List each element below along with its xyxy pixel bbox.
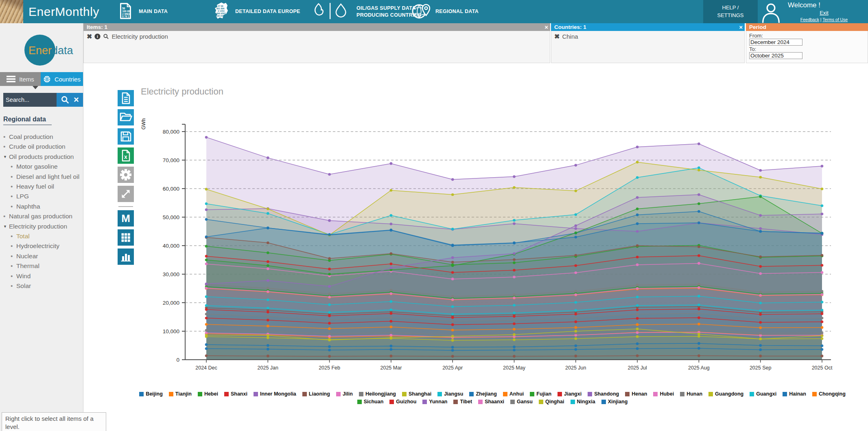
legend-label: Tibet <box>460 399 472 405</box>
search-icon[interactable] <box>61 95 70 104</box>
tree-item-hydroelectricity[interactable]: •Hydroelectricity <box>0 241 83 251</box>
legend-item-inner-mongolia[interactable]: Inner Mongolia <box>254 391 296 397</box>
legend-item-shanxi[interactable]: Shanxi <box>224 391 247 397</box>
remove-country-icon[interactable]: ✖ <box>554 34 560 40</box>
chart-view-button[interactable] <box>118 248 134 265</box>
tree-item-naphtha[interactable]: •Naphtha <box>0 202 83 211</box>
tree-item-total[interactable]: •Total <box>0 231 83 241</box>
tab-countries[interactable]: Countries <box>41 72 83 86</box>
document-numbers-icon: 56100 892 95630 74 1 <box>116 2 135 22</box>
selected-country-row: ✖China <box>551 31 744 42</box>
terms-link[interactable]: Terms of Use <box>822 17 848 22</box>
svg-text:GWh: GWh <box>141 119 146 130</box>
items-panel-body: ✖iElectricity production <box>83 31 550 63</box>
info-icon[interactable]: i <box>94 33 101 40</box>
legend-label: Qinghai <box>545 399 564 405</box>
nav-detailed-data-europe[interactable]: 57 68801 8963 1453890 9563100 243 1 DETA… <box>212 0 300 23</box>
tree-item-crude-oil-production[interactable]: •Crude oil production <box>0 142 83 152</box>
legend-item-tibet[interactable]: Tibet <box>453 399 472 405</box>
search-clear-icon[interactable]: × <box>74 96 79 104</box>
legend-item-hainan[interactable]: Hainan <box>783 391 806 397</box>
app-root: EnerMonthly 56100 892 95630 74 1 MAIN DA… <box>0 0 868 431</box>
tree-item-label: Crude oil production <box>9 143 66 150</box>
legend-item-guizhou[interactable]: Guizhou <box>389 399 416 405</box>
exit-link[interactable]: Exit <box>820 10 829 16</box>
legend-swatch <box>601 400 606 404</box>
save-button[interactable] <box>118 128 134 145</box>
tree-item-nuclear[interactable]: •Nuclear <box>0 251 83 261</box>
svg-text:20,000: 20,000 <box>163 300 179 306</box>
legend-item-jiangxi[interactable]: Jiangxi <box>558 391 582 397</box>
tree-item-solar[interactable]: •Solar <box>0 281 83 291</box>
period-to-input[interactable] <box>749 52 802 59</box>
legend-label: Liaoning <box>309 391 330 397</box>
legend-swatch <box>750 392 754 396</box>
legend-label: Heilongjiang <box>365 391 396 397</box>
m-view-button[interactable]: M <box>118 210 134 226</box>
items-panel-close-icon[interactable]: × <box>544 23 548 31</box>
tree-item-coal-production[interactable]: •Coal production <box>0 132 83 142</box>
legend-label: Anhui <box>509 391 524 397</box>
legend-item-hubei[interactable]: Hubei <box>653 391 674 397</box>
tree-item-natural-gas-production[interactable]: •Natural gas production <box>0 211 83 221</box>
legend-item-zhejiang[interactable]: Zhejiang <box>469 391 496 397</box>
legend-item-guangdong[interactable]: Guangdong <box>708 391 743 397</box>
new-document-button[interactable] <box>118 90 134 106</box>
legend-item-shaanxi[interactable]: Shaanxi <box>478 399 504 405</box>
zoom-item-icon[interactable] <box>103 33 109 40</box>
nav-regional-data[interactable]: REGIONAL DATA <box>411 0 479 23</box>
legend-item-xinjiang[interactable]: Xinjiang <box>601 399 628 405</box>
legend-item-yunnan[interactable]: Yunnan <box>422 399 447 405</box>
table-view-button[interactable] <box>118 229 134 246</box>
open-folder-button[interactable] <box>118 109 134 125</box>
legend-item-ningxia[interactable]: Ningxia <box>571 399 595 405</box>
svg-text:2025 Jul: 2025 Jul <box>627 365 647 371</box>
hamburger-icon <box>7 76 15 82</box>
countries-panel-close-icon[interactable]: × <box>739 23 743 31</box>
legend-item-fujian[interactable]: Fujian <box>530 391 551 397</box>
remove-item-icon[interactable]: ✖ <box>87 34 92 40</box>
legend-swatch <box>558 392 562 396</box>
legend-item-hebei[interactable]: Hebei <box>198 391 218 397</box>
tree-item-thermal[interactable]: •Thermal <box>0 261 83 271</box>
legend-item-jilin[interactable]: Jilin <box>336 391 353 397</box>
legend-item-qinghai[interactable]: Qinghai <box>539 399 564 405</box>
period-from-input[interactable] <box>749 39 802 46</box>
tree-item-heavy-fuel-oil[interactable]: •Heavy fuel oil <box>0 182 83 191</box>
legend-item-tianjin[interactable]: Tianjin <box>169 391 192 397</box>
tree-item-wind[interactable]: •Wind <box>0 271 83 281</box>
legend-item-henan[interactable]: Henan <box>625 391 647 397</box>
search-buttons: × <box>57 93 83 107</box>
tree-item-diesel-and-light-fuel-oil[interactable]: •Diesel and light fuel oil <box>0 172 83 182</box>
excel-export-button[interactable]: x <box>118 147 134 164</box>
excel-export-icon: x <box>118 158 134 165</box>
legend-swatch <box>469 392 474 396</box>
legend-item-liaoning[interactable]: Liaoning <box>302 391 330 397</box>
legend-item-sichuan[interactable]: Sichuan <box>357 399 384 405</box>
legend-item-guangxi[interactable]: Guangxi <box>750 391 776 397</box>
svg-text:0: 0 <box>176 357 179 363</box>
nav-oil-gas-supply-data[interactable]: OIL/GAS SUPPLY DATA PRODUCING COUNTRIES <box>310 0 421 23</box>
legend-item-jiangsu[interactable]: Jiangsu <box>437 391 463 397</box>
legend-item-beijing[interactable]: Beijing <box>139 391 163 397</box>
legend-label: Jiangxi <box>564 391 582 397</box>
legend-item-gansu[interactable]: Gansu <box>510 399 533 405</box>
help-settings-button[interactable]: HELP / SETTINGS <box>703 0 758 23</box>
legend-item-shanghai[interactable]: Shanghai <box>402 391 431 397</box>
feedback-link[interactable]: Feedback <box>800 17 819 22</box>
nav-main-data[interactable]: 56100 892 95630 74 1 MAIN DATA <box>116 0 168 23</box>
legend-item-chongqing[interactable]: Chongqing <box>812 391 846 397</box>
tree-item-motor-gasoline[interactable]: •Motor gasoline <box>0 162 83 172</box>
settings-gear-button[interactable] <box>118 167 134 183</box>
expand-button[interactable] <box>118 186 134 202</box>
search-input[interactable] <box>3 93 57 107</box>
tree-item-oil-products-production[interactable]: ▼Oil products production <box>0 152 83 162</box>
legend-item-heilongjiang[interactable]: Heilongjiang <box>359 391 396 397</box>
tree-item-electricity-production[interactable]: ▼Electricity production <box>0 222 83 231</box>
legend-item-hunan[interactable]: Hunan <box>680 391 702 397</box>
legend-item-anhui[interactable]: Anhui <box>503 391 524 397</box>
legend-item-shandong[interactable]: Shandong <box>588 391 619 397</box>
svg-text:10,000: 10,000 <box>163 328 179 334</box>
tree-item-lpg[interactable]: •LPG <box>0 191 83 201</box>
tab-items[interactable]: Items <box>0 72 41 86</box>
